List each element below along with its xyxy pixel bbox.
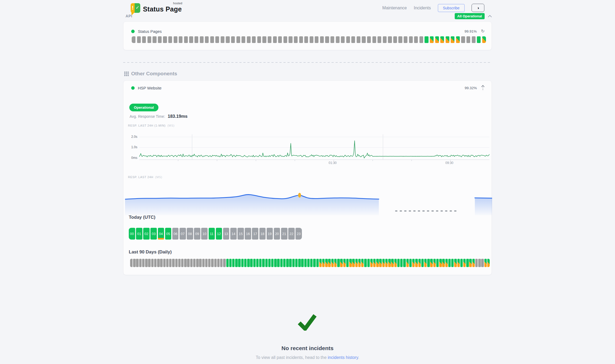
uptime-bar	[414, 36, 418, 43]
uptime-bar	[187, 259, 189, 267]
hour-cell-05: 05	[165, 228, 172, 240]
collapse-arrow-icon[interactable]	[481, 85, 485, 91]
uptime-bar	[252, 36, 256, 43]
uptime-bar	[373, 259, 376, 267]
incidents-history-link[interactable]: incidents history	[328, 355, 358, 360]
uptime-bar	[341, 36, 345, 43]
uptime-bar	[310, 36, 313, 43]
brand-name: Status Page hosted	[143, 3, 182, 13]
subscribe-button[interactable]: Subscribe	[438, 4, 465, 12]
uptime-bar	[442, 259, 445, 267]
resp-24h-plot[interactable]	[125, 187, 492, 215]
uptime-bar	[205, 36, 209, 43]
uptime-bar	[383, 36, 387, 43]
api-section-header: API All Operational	[126, 13, 492, 19]
hour-cell-01: 01	[136, 228, 142, 240]
uptime-bar	[160, 259, 162, 267]
uptime-bar	[456, 36, 460, 43]
uptime-bar	[421, 259, 424, 267]
uptime-bar	[130, 259, 133, 267]
uptime-bar	[289, 259, 291, 267]
uptime-bar	[169, 259, 172, 267]
uptime-bar	[355, 259, 358, 267]
uptime-bar	[235, 259, 238, 267]
uptime-bar	[472, 259, 475, 267]
operational-pill: Operational	[129, 104, 158, 111]
hour-cell-23: 23	[295, 228, 302, 240]
uptime-bar	[385, 259, 388, 267]
uptime-bar	[346, 36, 350, 43]
uptime-bar	[394, 259, 397, 267]
uptime-bar	[271, 259, 274, 267]
uptime-bar	[419, 36, 423, 43]
uptime-bar	[184, 36, 188, 43]
nav-maintenance[interactable]: Maintenance	[382, 6, 407, 10]
other-components-title: Other Components	[131, 71, 177, 77]
uptime-bar	[253, 259, 256, 267]
uptime-bar	[436, 259, 439, 267]
uptime-bar	[259, 259, 262, 267]
uptime-bar	[336, 36, 340, 43]
avg-response-label: Avg. Response Time:	[130, 114, 165, 119]
uptime-bar	[409, 259, 412, 267]
uptime-bar	[229, 259, 232, 267]
uptime-bar	[466, 36, 470, 43]
today-hours: 0001020304050607080910111213141516171819…	[129, 228, 303, 240]
x-tick-0130: 01:30	[329, 161, 337, 165]
logo-check-icon: ✓	[135, 3, 140, 13]
uptime-bar	[388, 36, 392, 43]
uptime-bar	[439, 259, 442, 267]
uptime-bar	[194, 36, 198, 43]
uptime-bar	[322, 259, 325, 267]
uptime-bar	[448, 259, 451, 267]
uptime-bar	[262, 259, 264, 267]
today-title: Today (UTC)	[129, 215, 155, 220]
last90-title: Last 90 Days (Daily)	[129, 249, 172, 255]
nav-incidents[interactable]: Incidents	[414, 6, 431, 10]
hour-cell-12: 12	[216, 228, 222, 240]
uptime-bar	[412, 259, 415, 267]
uptime-bar	[298, 259, 301, 267]
uptime-bar	[372, 36, 376, 43]
uptime-bar	[205, 259, 208, 267]
uptime-bar	[343, 259, 346, 267]
uptime-bar	[179, 36, 182, 43]
hour-cell-00: 00	[129, 228, 135, 240]
uptime-bar	[337, 259, 340, 267]
uptime-bar	[340, 259, 342, 267]
api-component-card: Status Pages 99.91% ↻	[123, 21, 492, 50]
uptime-bar	[304, 259, 307, 267]
refresh-icon[interactable]: ↻	[481, 29, 485, 33]
api-section-title: API	[126, 14, 132, 18]
uptime-bar	[265, 259, 268, 267]
status-badge: All Operational	[455, 13, 485, 19]
x-tick-0930: 09:30	[445, 161, 453, 165]
uptime-bar	[446, 36, 449, 43]
uptime-bar	[283, 259, 286, 267]
uptime-bar	[221, 36, 224, 43]
uptime-bar	[445, 259, 448, 267]
uptime-bar	[357, 36, 360, 43]
uptime-bar	[193, 259, 196, 267]
uptime-bar	[472, 36, 476, 43]
uptime-bar	[262, 36, 266, 43]
uptime-bar	[147, 36, 151, 43]
brand-title: Status Page	[143, 5, 182, 13]
collapse-chevron-icon[interactable]	[488, 15, 492, 17]
uptime-bar	[319, 259, 322, 267]
uptime-bar	[153, 36, 156, 43]
uptime-bar	[157, 259, 159, 267]
uptime-bar	[175, 259, 178, 267]
theme-toggle-button[interactable]: ◑	[472, 4, 484, 12]
uptime-bar	[189, 36, 193, 43]
uptime-bar	[268, 36, 271, 43]
uptime-bar	[142, 36, 146, 43]
uptime-bar	[168, 36, 172, 43]
resp-1min-plot[interactable]	[139, 133, 489, 169]
content-column: ! ✓ Status Page hosted Maintenance Incid…	[123, 0, 492, 364]
check-icon	[297, 314, 317, 331]
uptime-bar	[376, 259, 379, 267]
uptime-bar	[481, 259, 484, 267]
uptime-bar	[200, 36, 204, 43]
uptime-bar	[379, 259, 382, 267]
